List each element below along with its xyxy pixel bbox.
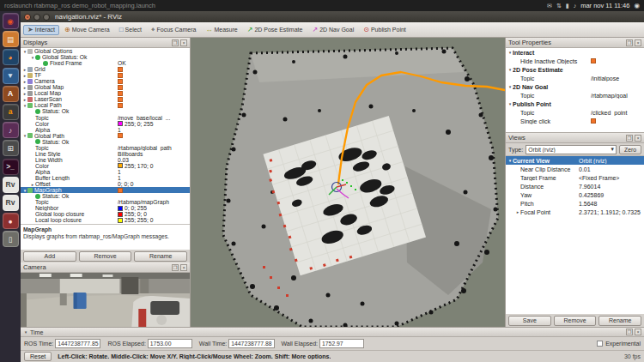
property-value[interactable] bbox=[591, 58, 644, 63]
property-value[interactable]: <Fixed Frame> bbox=[579, 175, 644, 181]
launcher-icon-files[interactable]: ▤ bbox=[3, 31, 19, 47]
property-value[interactable]: 1 bbox=[118, 175, 190, 181]
float-panel-icon[interactable]: ❐ bbox=[626, 329, 633, 335]
tree-row[interactable]: ▸Offset0; 0; 0 bbox=[21, 181, 190, 187]
property-value[interactable]: 1 bbox=[118, 169, 190, 175]
property-value[interactable]: /clicked_point bbox=[591, 110, 644, 116]
enable-checkbox[interactable] bbox=[591, 118, 596, 124]
property-value[interactable]: 2.3721; 1.1912; 0.7325 bbox=[579, 209, 644, 215]
property-value[interactable]: OK bbox=[118, 60, 190, 66]
view-type-select[interactable]: Orbit (rviz) ▾ bbox=[526, 145, 617, 154]
float-panel-icon[interactable]: ❐ bbox=[172, 264, 179, 271]
tree-row[interactable]: Buffer Length1 bbox=[21, 175, 190, 181]
camera-panel-header[interactable]: Camera ❐ × bbox=[21, 262, 190, 273]
time-field-value[interactable]: 1447238777.88 bbox=[228, 339, 274, 348]
rename-button[interactable]: Rename bbox=[134, 251, 187, 262]
close-panel-icon[interactable]: × bbox=[180, 264, 187, 271]
launcher-icon-firefox[interactable]: ◕ bbox=[3, 49, 19, 65]
launcher-icon-terminal[interactable]: >_ bbox=[3, 159, 19, 175]
tree-row[interactable]: ▸Local Map bbox=[21, 90, 190, 96]
close-window-icon[interactable]: × bbox=[24, 14, 31, 21]
tree-row[interactable]: Color255; 0; 255 bbox=[21, 121, 190, 127]
time-field-value[interactable]: 1447238777.85 bbox=[55, 339, 100, 348]
tree-row[interactable]: ▾2D Pose Estimate bbox=[506, 65, 644, 74]
tree-row[interactable]: Yaw0.425869 bbox=[506, 190, 644, 199]
tool-properties-header[interactable]: Tool Properties ❐ × bbox=[506, 38, 644, 48]
float-panel-icon[interactable]: ❐ bbox=[172, 39, 179, 46]
enable-checkbox[interactable] bbox=[118, 91, 123, 96]
property-value[interactable]: 255; 255; 0 bbox=[118, 217, 190, 223]
enable-checkbox[interactable] bbox=[118, 97, 123, 102]
close-panel-icon[interactable]: × bbox=[635, 135, 641, 142]
tree-row[interactable]: Near Clip Distance0.01 bbox=[506, 165, 644, 173]
remove-button[interactable]: Remove bbox=[554, 316, 597, 326]
titlebar[interactable]: × navigation.rviz* - RViz bbox=[21, 11, 644, 22]
tree-row[interactable]: Alpha1 bbox=[21, 127, 190, 133]
tree-row[interactable]: Topic/rtabmap/goal bbox=[506, 91, 644, 100]
launcher-icon-music[interactable]: ♪ bbox=[3, 122, 19, 138]
tree-row[interactable]: Topic/rtabmap/mapGraph bbox=[21, 199, 190, 205]
minimize-window-icon[interactable] bbox=[33, 14, 40, 21]
tray-icon-1[interactable]: ⇅ bbox=[556, 3, 562, 9]
tree-row[interactable]: ▾Local Path bbox=[21, 102, 190, 108]
enable-checkbox[interactable] bbox=[591, 58, 596, 63]
tree-row[interactable]: Topic/move_base/local_... bbox=[21, 115, 190, 121]
tool-move-camera[interactable]: ⊕Move Camera bbox=[60, 25, 114, 35]
remove-button[interactable]: Remove bbox=[79, 251, 132, 262]
launcher-icon-trash[interactable]: ▯ bbox=[3, 231, 19, 247]
property-value[interactable]: /move_base/local_... bbox=[118, 115, 190, 121]
launcher-icon-workspace-switcher[interactable]: ⊞ bbox=[3, 140, 19, 156]
property-value[interactable]: /rtabmap/goal bbox=[591, 93, 644, 99]
launcher-icon-libreoffice[interactable]: ▼ bbox=[3, 68, 19, 84]
zero-button[interactable]: Zero bbox=[619, 145, 641, 154]
tray-icon-0[interactable]: ✉ bbox=[547, 3, 552, 9]
enable-checkbox[interactable] bbox=[118, 67, 123, 72]
float-panel-icon[interactable]: ❐ bbox=[626, 39, 633, 46]
launcher-icon-amazon[interactable]: a bbox=[3, 104, 19, 120]
property-value[interactable]: /rtabmap/mapGraph bbox=[118, 199, 190, 205]
render-view-3d[interactable] bbox=[191, 38, 505, 327]
property-value[interactable] bbox=[591, 118, 644, 124]
tree-row[interactable]: Fixed FrameOK bbox=[21, 60, 190, 66]
property-value[interactable] bbox=[118, 79, 190, 84]
power-icon[interactable]: ◉ bbox=[634, 2, 640, 9]
enable-checkbox[interactable] bbox=[118, 188, 123, 193]
reset-button[interactable]: Reset bbox=[24, 352, 52, 361]
tool-select[interactable]: □Select bbox=[115, 25, 146, 35]
displays-panel-header[interactable]: Displays ❐ × bbox=[21, 38, 190, 48]
tree-row[interactable]: Topic/initialpose bbox=[506, 74, 644, 82]
close-panel-icon[interactable]: × bbox=[180, 39, 187, 46]
property-value[interactable]: 255; 0; 0 bbox=[118, 211, 190, 217]
tool-measure[interactable]: ↔Measure bbox=[201, 25, 241, 35]
maximize-window-icon[interactable] bbox=[43, 14, 50, 21]
tree-row[interactable]: Single click bbox=[506, 117, 644, 125]
close-panel-icon[interactable]: × bbox=[635, 329, 641, 335]
property-value[interactable] bbox=[118, 103, 190, 108]
tree-row[interactable]: ▸TF bbox=[21, 72, 190, 78]
property-value[interactable]: 7.96014 bbox=[579, 184, 644, 190]
clock[interactable]: mar nov 11 11:46 bbox=[580, 2, 629, 9]
launcher-icon-rviz-2[interactable]: Rv bbox=[3, 195, 19, 211]
launcher-icon-dash[interactable]: ◉ bbox=[3, 13, 19, 29]
tree-row[interactable]: Status: Ok bbox=[21, 193, 190, 199]
property-value[interactable] bbox=[118, 188, 190, 193]
tree-row[interactable]: Topic/rtabmap/global_path bbox=[21, 145, 190, 151]
property-value[interactable]: Billboards bbox=[118, 151, 190, 157]
tree-row[interactable]: ▾Global Path bbox=[21, 133, 190, 139]
property-value[interactable]: 0.03 bbox=[118, 157, 190, 163]
tree-row[interactable]: ▸LaserScan bbox=[21, 96, 190, 102]
tree-row[interactable]: Line StyleBillboards bbox=[21, 151, 190, 157]
launcher-icon-software-center[interactable]: A bbox=[3, 86, 19, 102]
property-value[interactable]: 0; 0; 255 bbox=[118, 205, 190, 211]
tree-row[interactable]: Color255; 170; 0 bbox=[21, 163, 190, 169]
tray-icon-2[interactable]: ▮ bbox=[566, 3, 569, 9]
tree-row[interactable]: Global loop closure255; 0; 0 bbox=[21, 211, 190, 217]
experimental-checkbox[interactable] bbox=[597, 341, 603, 347]
tree-row[interactable]: Topic/clicked_point bbox=[506, 108, 644, 117]
property-value[interactable]: 1.5648 bbox=[579, 201, 644, 207]
property-value[interactable] bbox=[118, 85, 190, 90]
collapse-icon[interactable]: ▾ bbox=[23, 329, 28, 335]
tree-row[interactable]: ▸Camera bbox=[21, 78, 190, 84]
tool-2d-pose-estimate[interactable]: ↗2D Pose Estimate bbox=[243, 25, 307, 35]
tree-row[interactable]: ▾Global Options bbox=[21, 48, 190, 54]
